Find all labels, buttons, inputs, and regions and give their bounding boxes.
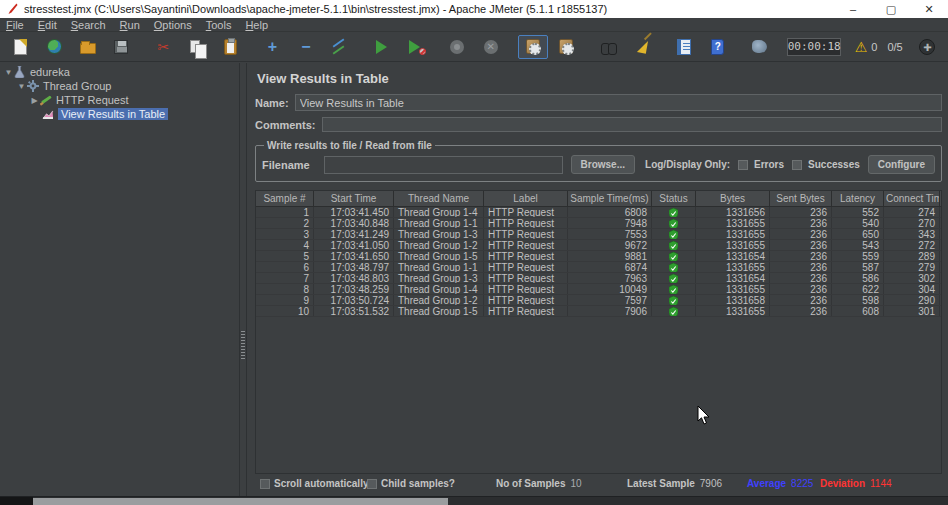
table-cell: 289: [884, 251, 940, 261]
table-row[interactable]: 317:03:41.249Thread Group 1-3HTTP Reques…: [256, 229, 941, 240]
tree-item-view-results-in-table[interactable]: View Results in Table: [0, 107, 239, 121]
table-cell: 1331655: [696, 240, 770, 250]
expand-arrow-icon[interactable]: ▼: [4, 68, 13, 77]
expand-arrow-icon[interactable]: ▼: [17, 82, 26, 91]
start-button[interactable]: [367, 35, 396, 59]
content-area: ▼ edureka ▼ Thread Group ▶ HTTP Request …: [0, 63, 948, 496]
tree-item-edureka[interactable]: ▼ edureka: [0, 65, 239, 79]
tree-item-thread-group[interactable]: ▼ Thread Group: [0, 79, 239, 93]
new-plan-button[interactable]: [6, 35, 35, 59]
cut-button[interactable]: ✂: [149, 35, 178, 59]
column-header[interactable]: Start Time: [314, 191, 394, 206]
table-cell: 7948: [568, 218, 652, 228]
logger-panel-button[interactable]: [745, 35, 774, 59]
table-cell: 1331655: [696, 262, 770, 272]
menu-search[interactable]: Search: [71, 19, 106, 31]
table-row[interactable]: 717:03:48.803Thread Group 1-3HTTP Reques…: [256, 273, 941, 284]
table-row[interactable]: 217:03:40.848Thread Group 1-1HTTP Reques…: [256, 218, 941, 229]
table-cell: [652, 306, 696, 316]
test-plan-tree: ▼ edureka ▼ Thread Group ▶ HTTP Request …: [0, 63, 240, 496]
paste-button[interactable]: [215, 35, 244, 59]
clear-button[interactable]: [627, 35, 656, 59]
menu-file[interactable]: File: [6, 19, 24, 31]
table-cell: Thread Group 1-3: [394, 229, 484, 239]
search-button[interactable]: [594, 35, 623, 59]
menu-help[interactable]: Help: [245, 19, 268, 31]
menu-options[interactable]: Options: [154, 19, 192, 31]
configure-button[interactable]: Configure: [868, 155, 935, 174]
column-header[interactable]: Label: [484, 191, 568, 206]
table-row[interactable]: 1017:03:51.532Thread Group 1-5HTTP Reque…: [256, 306, 941, 317]
minimize-button[interactable]: –: [834, 0, 872, 18]
browse-button[interactable]: Browse...: [571, 155, 635, 174]
table-cell: 17:03:41.450: [314, 207, 394, 217]
shutdown-button[interactable]: ✕: [476, 35, 505, 59]
warning-icon[interactable]: ⚠: [855, 39, 868, 55]
table-cell: 1331655: [696, 306, 770, 316]
table-row[interactable]: 117:03:41.450Thread Group 1-4HTTP Reques…: [256, 207, 941, 218]
splitter-grip-icon[interactable]: [241, 331, 245, 359]
scroll-automatically-checkbox[interactable]: [260, 479, 270, 489]
binoculars-icon: [601, 43, 617, 54]
column-header[interactable]: Connect Time(...: [884, 191, 940, 206]
remote-start-button[interactable]: [518, 35, 547, 59]
table-row[interactable]: 517:03:41.650Thread Group 1-5HTTP Reques…: [256, 251, 941, 262]
start-no-timers-button[interactable]: [400, 35, 429, 59]
menu-tools[interactable]: Tools: [206, 19, 232, 31]
average: Average 8225: [747, 478, 813, 489]
tree-splitter[interactable]: [240, 63, 247, 496]
remote-start-all-button[interactable]: [552, 35, 581, 59]
name-label: Name:: [255, 97, 289, 109]
table-cell: 8: [256, 284, 314, 294]
collapsed-arrow-icon[interactable]: ▶: [30, 96, 39, 105]
stop-button[interactable]: [443, 35, 472, 59]
help-button[interactable]: ?: [703, 35, 732, 59]
column-header[interactable]: Status: [652, 191, 696, 206]
table-cell: Thread Group 1-3: [394, 273, 484, 283]
menu-run[interactable]: Run: [120, 19, 140, 31]
table-row[interactable]: 417:03:41.050Thread Group 1-2HTTP Reques…: [256, 240, 941, 251]
filename-input[interactable]: [324, 156, 563, 174]
name-input[interactable]: [295, 94, 942, 111]
comments-input[interactable]: [322, 117, 942, 132]
menu-edit[interactable]: Edit: [38, 19, 57, 31]
table-row[interactable]: 817:03:48.259Thread Group 1-4HTTP Reques…: [256, 284, 941, 295]
thread-counter: 0/5: [887, 41, 902, 53]
table-header-row: Sample #Start TimeThread NameLabelSample…: [256, 191, 941, 207]
errors-checkbox[interactable]: [738, 160, 748, 170]
column-header[interactable]: Sample #: [256, 191, 314, 206]
window-title: stresstest.jmx (C:\Users\Sayantini\Downl…: [24, 3, 834, 15]
maximize-button[interactable]: ▢: [872, 0, 910, 18]
column-header[interactable]: Bytes: [696, 191, 770, 206]
column-header[interactable]: Sent Bytes: [770, 191, 832, 206]
successes-checkbox[interactable]: [792, 160, 802, 170]
view-results-panel: View Results in Table Name: Comments: Wr…: [247, 63, 948, 496]
column-header[interactable]: Thread Name: [394, 191, 484, 206]
function-helper-button[interactable]: [670, 35, 699, 59]
table-cell: 9: [256, 295, 314, 305]
copy-button[interactable]: [182, 35, 211, 59]
tree-item-http-request[interactable]: ▶ HTTP Request: [0, 93, 239, 107]
table-row[interactable]: 917:03:50.724Thread Group 1-2HTTP Reques…: [256, 295, 941, 306]
status-ok-icon: [669, 296, 678, 306]
toggle-button[interactable]: [325, 35, 354, 59]
shutdown-x-icon: ✕: [486, 41, 494, 52]
no-of-samples-label: No of Samples: [496, 478, 565, 489]
table-row[interactable]: 617:03:48.797Thread Group 1-1HTTP Reques…: [256, 262, 941, 273]
table-cell: [652, 218, 696, 228]
column-header[interactable]: Sample Time(ms): [568, 191, 652, 206]
table-cell: 3: [256, 229, 314, 239]
comments-row: Comments:: [255, 117, 942, 132]
save-button[interactable]: [106, 35, 135, 59]
templates-button[interactable]: [39, 35, 68, 59]
open-button[interactable]: [73, 35, 102, 59]
table-cell: 7906: [568, 306, 652, 316]
close-button[interactable]: ✕: [910, 0, 948, 18]
table-cell: 1331658: [696, 295, 770, 305]
child-samples-checkbox[interactable]: [367, 479, 377, 489]
horizontal-scrollbar-thumb[interactable]: [33, 498, 448, 505]
column-header[interactable]: Latency: [832, 191, 884, 206]
collapse-button[interactable]: −: [291, 35, 320, 59]
table-cell: 301: [884, 306, 940, 316]
expand-button[interactable]: +: [258, 35, 287, 59]
